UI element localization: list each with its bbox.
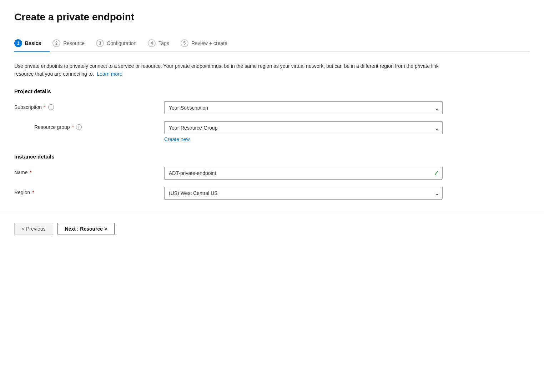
resource-group-required: * xyxy=(72,124,74,130)
subscription-select-wrapper: Your-Subscription ⌄ xyxy=(164,101,443,114)
tab-resource[interactable]: 2 Resource xyxy=(52,36,93,51)
resource-group-row: Resource group * i Your-Resource-Group ⌄… xyxy=(14,121,530,142)
page-title: Create a private endpoint xyxy=(14,11,530,23)
name-label: Name xyxy=(14,170,27,175)
subscription-label: Subscription xyxy=(14,104,42,110)
region-select[interactable]: (US) West Central US xyxy=(164,187,443,200)
region-label: Region xyxy=(14,190,30,195)
region-row: Region * (US) West Central US ⌄ xyxy=(14,187,530,200)
resource-group-select[interactable]: Your-Resource-Group xyxy=(164,121,443,134)
next-button[interactable]: Next : Resource > xyxy=(57,223,115,235)
instance-details-section: Instance details Name * ✓ Region * xyxy=(14,154,530,200)
tab-basics[interactable]: 1 Basics xyxy=(14,36,50,51)
tab-review-create[interactable]: 5 Review + create xyxy=(181,36,236,51)
region-required: * xyxy=(32,190,34,195)
footer-buttons: < Previous Next : Resource > xyxy=(0,214,544,243)
tab-tags[interactable]: 4 Tags xyxy=(148,36,178,51)
project-details-title: Project details xyxy=(14,88,530,94)
subscription-label-col: Subscription * i xyxy=(14,101,164,110)
subscription-control: Your-Subscription ⌄ xyxy=(164,101,443,114)
name-required: * xyxy=(30,170,31,175)
tab-configuration[interactable]: 3 Configuration xyxy=(96,36,145,51)
name-row: Name * ✓ xyxy=(14,167,530,180)
tab-basics-label: Basics xyxy=(25,40,41,46)
description-text: Use private endpoints to privately conne… xyxy=(14,62,443,78)
region-select-wrapper: (US) West Central US ⌄ xyxy=(164,187,443,200)
tab-basics-number: 1 xyxy=(14,39,22,47)
instance-details-title: Instance details xyxy=(14,154,530,160)
tab-resource-number: 2 xyxy=(52,39,60,47)
tab-configuration-number: 3 xyxy=(96,39,104,47)
tab-tags-number: 4 xyxy=(148,39,156,47)
tab-nav: 1 Basics 2 Resource 3 Configuration 4 Ta… xyxy=(14,36,530,52)
tab-tags-label: Tags xyxy=(158,40,169,46)
resource-group-info-icon[interactable]: i xyxy=(76,124,82,130)
tab-resource-label: Resource xyxy=(63,40,85,46)
subscription-row: Subscription * i Your-Subscription ⌄ xyxy=(14,101,530,114)
create-new-link[interactable]: Create new xyxy=(164,136,190,142)
name-control: ✓ xyxy=(164,167,443,180)
resource-group-select-wrapper: Your-Resource-Group ⌄ xyxy=(164,121,443,134)
previous-button[interactable]: < Previous xyxy=(14,223,53,235)
name-input-wrapper: ✓ xyxy=(164,167,443,180)
name-label-col: Name * xyxy=(14,167,164,175)
subscription-select[interactable]: Your-Subscription xyxy=(164,101,443,114)
region-control: (US) West Central US ⌄ xyxy=(164,187,443,200)
resource-group-control: Your-Resource-Group ⌄ Create new xyxy=(164,121,443,142)
project-details-section: Project details Subscription * i Your-Su… xyxy=(14,88,530,142)
region-label-col: Region * xyxy=(14,187,164,195)
tab-review-create-number: 5 xyxy=(181,39,188,47)
subscription-required: * xyxy=(44,104,46,110)
name-input[interactable] xyxy=(164,167,443,180)
learn-more-link[interactable]: Learn more xyxy=(97,71,122,77)
tab-review-create-label: Review + create xyxy=(191,40,227,46)
resource-group-label-col: Resource group * i xyxy=(14,121,164,130)
subscription-info-icon[interactable]: i xyxy=(48,104,54,110)
tab-configuration-label: Configuration xyxy=(107,40,136,46)
resource-group-label: Resource group xyxy=(34,124,70,130)
